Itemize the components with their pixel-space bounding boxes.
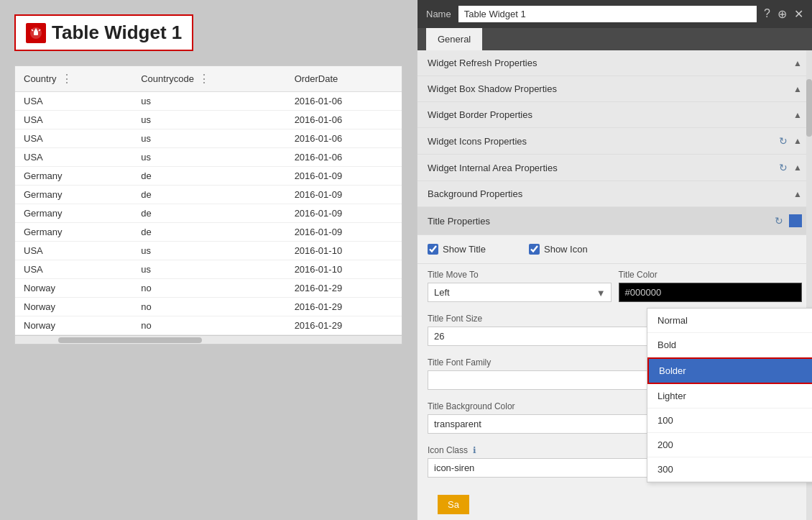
chevron-icons: ▲ (793, 136, 802, 146)
move-icon[interactable]: ⊕ (778, 7, 787, 21)
data-table: Country ⋮ Countrycode ⋮ OrderDate (15, 66, 402, 335)
table-row: USAus2016-01-10 (15, 242, 402, 260)
help-icon[interactable]: ? (764, 7, 770, 21)
show-title-label: Show Title (443, 244, 486, 255)
section-widget-boxshadow[interactable]: Widget Box Shadow Properties ▲ (417, 76, 812, 102)
svg-rect-2 (34, 32, 38, 35)
tabs-bar: General (417, 28, 812, 50)
refresh-icon-title[interactable]: ↻ (775, 215, 783, 227)
show-title-checkbox[interactable] (428, 244, 438, 255)
widget-name-input[interactable] (458, 6, 757, 22)
table-row: USAus2016-01-06 (15, 129, 402, 148)
section-label-title: Title Properties (428, 216, 490, 227)
col-menu-icon-countrycode[interactable]: ⋮ (198, 72, 210, 86)
chevron-background: ▲ (793, 189, 802, 199)
title-move-to-wrapper: Left Center Right ▼ (428, 283, 612, 302)
col-header-orderdate: OrderDate (286, 66, 402, 92)
dropdown-item-300[interactable]: 300 (647, 457, 812, 482)
table-row: Germanyde2016-01-09 (15, 167, 402, 186)
dropdown-item-100[interactable]: 100 (647, 409, 812, 433)
close-icon[interactable]: ✕ (794, 7, 803, 21)
tab-general[interactable]: General (426, 28, 482, 50)
panel-header: Name ? ⊕ ✕ (417, 0, 812, 28)
section-background[interactable]: Background Properties ▲ (417, 181, 812, 207)
save-button[interactable]: Sa (438, 495, 469, 514)
table-row: USAus2016-01-06 (15, 148, 402, 167)
show-icon-checkbox[interactable] (529, 244, 540, 255)
section-widget-internal[interactable]: Widget Internal Area Properties ↻ ▲ (417, 155, 812, 181)
title-color-input[interactable]: #000000 (619, 283, 803, 302)
info-icon[interactable]: ℹ (473, 445, 476, 455)
right-panel: Name ? ⊕ ✕ General Widget Refresh Proper… (417, 0, 812, 520)
title-color-label: Title Color (619, 270, 803, 280)
table-row: USAus2016-01-06 (15, 92, 402, 111)
widget-title-box: Table Widget 1 (14, 14, 193, 51)
form-col-move: Title Move To Left Center Right ▼ (428, 270, 612, 302)
left-panel: Table Widget 1 Country ⋮ Countrycode ⋮ (0, 0, 417, 520)
widget-title-text: Table Widget 1 (52, 22, 182, 44)
panel-icons: ? ⊕ ✕ (764, 7, 803, 21)
table-row: Germanyde2016-01-09 (15, 223, 402, 242)
section-label-icons: Widget Icons Properties (428, 136, 527, 147)
section-title-properties[interactable]: Title Properties ↻ (417, 207, 812, 235)
section-label-background: Background Properties (428, 188, 522, 199)
panel-body-wrapper: Widget Refresh Properties ▲ Widget Box S… (417, 50, 812, 520)
table-row: USAus2016-01-06 (15, 111, 402, 129)
siren-icon (26, 23, 46, 43)
col-header-country: Country ⋮ (15, 66, 132, 92)
form-row-move-color: Title Move To Left Center Right ▼ Title … (417, 264, 812, 308)
section-widget-icons[interactable]: Widget Icons Properties ↻ ▲ (417, 128, 812, 155)
show-title-checkbox-item: Show Title (428, 244, 486, 255)
checkboxes-row: Show Title Show Icon (417, 235, 812, 264)
horizontal-scrollbar[interactable] (15, 335, 402, 344)
title-move-to-select[interactable]: Left Center Right (428, 283, 612, 302)
name-label: Name (426, 9, 451, 19)
dropdown-item-normal[interactable]: Normal (647, 309, 812, 333)
data-table-container: Country ⋮ Countrycode ⋮ OrderDate (14, 65, 402, 345)
refresh-icon-internal[interactable]: ↻ (779, 162, 788, 173)
chevron-border: ▲ (793, 110, 802, 120)
dropdown-item-bold[interactable]: Bold (647, 333, 812, 357)
col-menu-icon-country[interactable]: ⋮ (61, 72, 73, 86)
refresh-icon-icons[interactable]: ↻ (779, 135, 788, 147)
section-label-border: Widget Border Properties (428, 109, 532, 120)
font-weight-dropdown: Normal Bold Bolder Lighter 100 200 300 (647, 308, 812, 483)
section-widget-refresh[interactable]: Widget Refresh Properties ▲ (417, 50, 812, 76)
section-label-refresh: Widget Refresh Properties (428, 58, 537, 68)
table-row: Germanyde2016-01-09 (15, 186, 402, 204)
table-row: Norwayno2016-01-29 (15, 298, 402, 316)
chevron-refresh: ▲ (793, 58, 802, 68)
table-row: Germanyde2016-01-09 (15, 204, 402, 223)
table-row: USAus2016-01-10 (15, 260, 402, 279)
panel-body: Widget Refresh Properties ▲ Widget Box S… (417, 50, 812, 520)
chevron-internal: ▲ (793, 163, 802, 173)
dropdown-item-200[interactable]: 200 (647, 433, 812, 457)
dropdown-item-lighter[interactable]: Lighter (647, 384, 812, 409)
save-button-area: Sa (417, 483, 812, 520)
section-widget-border[interactable]: Widget Border Properties ▲ (417, 102, 812, 128)
show-icon-checkbox-item: Show Icon (529, 244, 588, 255)
table-row: Norwayno2016-01-29 (15, 279, 402, 298)
scrollbar-thumb (58, 337, 202, 343)
section-label-boxshadow: Widget Box Shadow Properties (428, 83, 557, 94)
dropdown-item-bolder[interactable]: Bolder (647, 357, 812, 384)
title-color-indicator (789, 214, 802, 227)
title-properties-area: Show Title Show Icon Title Move To Left (417, 235, 812, 520)
form-col-color: Title Color #000000 (619, 270, 803, 302)
scrollbar-right-thumb (806, 79, 812, 137)
table-row: Norwayno2016-01-29 (15, 316, 402, 335)
title-move-to-label: Title Move To (428, 270, 612, 280)
col-header-countrycode: Countrycode ⋮ (132, 66, 285, 92)
show-icon-label: Show Icon (544, 244, 588, 255)
section-label-internal: Widget Internal Area Properties (428, 163, 558, 173)
form-row-fontsize: Title Font Size Normal Bold Bolder Light… (417, 308, 812, 352)
chevron-boxshadow: ▲ (793, 84, 802, 94)
